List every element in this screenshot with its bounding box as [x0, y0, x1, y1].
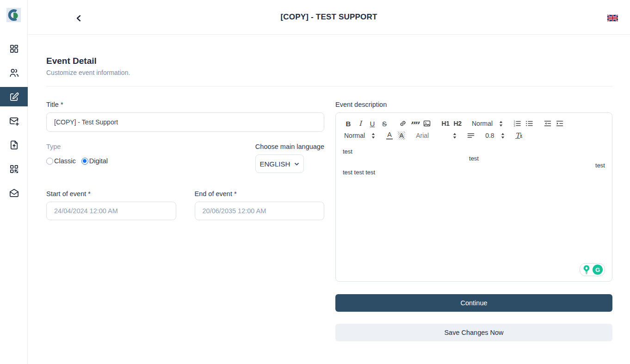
heading2-button[interactable]: H2	[451, 118, 463, 129]
header-format-value: Normal	[472, 120, 493, 127]
sidebar-item-dashboard[interactable]	[0, 39, 28, 58]
outdent-button[interactable]	[542, 118, 554, 129]
radio-circle-classic[interactable]	[46, 158, 53, 165]
underline-button[interactable]: U	[366, 118, 378, 129]
clean-group: Tx	[513, 130, 525, 141]
bold-button[interactable]: B	[342, 118, 354, 129]
type-language-row: Type Classic Digital	[46, 143, 324, 173]
continue-button[interactable]: Continue	[335, 294, 612, 312]
font-picker-value: Arial	[416, 132, 429, 139]
format-group: B I U S	[342, 118, 390, 129]
heading1-button[interactable]: H1	[439, 118, 451, 129]
title-label: Title *	[46, 101, 324, 108]
save-changes-button[interactable]: Save Changes Now	[335, 324, 612, 341]
dates-row: Start of event * End of event *	[46, 190, 324, 220]
text-color-icon: A	[386, 131, 393, 140]
sidebar-item-edit-event[interactable]	[0, 87, 28, 106]
background-color-button[interactable]: A	[395, 130, 408, 141]
content: Event Detail Customize event information…	[28, 35, 630, 341]
editor-content[interactable]: test test test test test test	[336, 142, 612, 281]
page-subtitle: Customize event information.	[46, 69, 612, 76]
indent-group	[542, 118, 566, 129]
ordered-list-button[interactable]: 1 2 3	[511, 118, 523, 129]
users-icon	[9, 68, 19, 78]
header: [COPY] - TEST SUPPORT	[28, 0, 630, 35]
clear-formatting-x: x	[520, 133, 522, 138]
insert-group: ””	[397, 118, 433, 129]
header-format-picker[interactable]: Normal	[470, 118, 505, 129]
sidebar	[0, 0, 28, 364]
sidebar-item-qr-codes[interactable]	[0, 159, 28, 179]
picker-arrows-icon	[501, 133, 505, 139]
event-form-column: Title * Type Classic	[46, 101, 324, 341]
start-date-label: Start of event *	[46, 190, 176, 197]
radio-classic[interactable]: Classic	[46, 157, 76, 165]
sidebar-item-invitations[interactable]	[0, 111, 28, 130]
start-date-input[interactable]	[46, 202, 176, 220]
qr-code-icon	[9, 164, 19, 174]
radio-circle-digital[interactable]	[81, 158, 88, 165]
line-height-group: 0.8	[483, 130, 506, 141]
indent-icon	[556, 119, 564, 128]
strikethrough-button[interactable]: S	[378, 118, 390, 129]
main-area: [COPY] - TEST SUPPORT Event Detail Custo…	[28, 0, 630, 364]
sidebar-nav	[0, 39, 27, 207]
bullet-list-icon	[525, 119, 533, 128]
indent-button[interactable]	[554, 118, 566, 129]
heading-group: H1 H2	[439, 118, 463, 129]
editor-paragraph: test test test	[343, 169, 605, 176]
editor-paragraph: test	[343, 148, 605, 155]
end-date-input[interactable]	[195, 202, 325, 220]
chevron-down-icon	[294, 161, 299, 167]
sidebar-item-attendees[interactable]	[0, 63, 28, 82]
dashboard-icon	[9, 43, 19, 54]
background-color-icon: A	[398, 131, 405, 140]
outdent-icon	[544, 119, 552, 128]
link-button[interactable]	[397, 118, 409, 129]
app-root: [COPY] - TEST SUPPORT Event Detail Custo…	[0, 0, 630, 364]
editor-paragraph: test	[343, 155, 605, 162]
sidebar-item-messages[interactable]	[0, 183, 28, 203]
image-icon	[423, 119, 431, 128]
language-label: Choose main language	[255, 143, 324, 150]
line-height-value: 0.8	[485, 132, 494, 139]
mail-add-icon	[9, 116, 19, 126]
picker-arrows-icon	[499, 121, 503, 127]
radio-digital[interactable]: Digital	[81, 157, 108, 165]
file-upload-icon	[9, 140, 19, 150]
align-group	[465, 130, 477, 141]
editor-toolbar: B I U S	[336, 113, 612, 142]
end-date-label: End of event *	[195, 190, 325, 197]
font-picker[interactable]: Arial	[414, 130, 458, 141]
uk-flag-icon[interactable]	[607, 14, 618, 22]
type-group: Type Classic Digital	[46, 143, 108, 173]
text-color-button[interactable]: A	[383, 130, 395, 141]
size-picker[interactable]: Normal	[342, 130, 377, 141]
line-height-picker[interactable]: 0.8	[483, 130, 506, 141]
page-title: Event Detail	[46, 56, 612, 66]
clear-formatting-icon: T	[515, 131, 520, 140]
start-date-field: Start of event *	[46, 190, 176, 220]
edit-event-icon	[9, 92, 19, 102]
size-picker-value: Normal	[344, 132, 365, 139]
italic-button[interactable]: I	[354, 118, 366, 129]
end-date-field: End of event *	[195, 190, 325, 220]
type-label: Type	[46, 143, 108, 150]
header-picker-group: Normal	[470, 118, 505, 129]
grammarly-logo-icon[interactable]: G	[593, 265, 603, 275]
grammarly-suggestion-icon[interactable]	[582, 265, 591, 275]
rich-text-editor: B I U S	[335, 112, 612, 282]
language-group: Choose main language ENGLISH	[255, 143, 324, 173]
company-logo[interactable]	[6, 8, 21, 22]
grammarly-widget: G	[580, 263, 605, 276]
blockquote-button[interactable]: ””	[409, 118, 421, 129]
image-button[interactable]	[421, 118, 433, 129]
sidebar-item-import[interactable]	[0, 135, 28, 154]
language-select[interactable]: ENGLISH	[255, 154, 304, 173]
form-columns: Title * Type Classic	[46, 101, 612, 341]
title-input[interactable]	[46, 112, 324, 132]
mail-open-icon	[9, 188, 19, 198]
clear-formatting-button[interactable]: Tx	[513, 130, 525, 141]
align-button[interactable]	[465, 130, 477, 141]
bullet-list-button[interactable]	[523, 118, 535, 129]
